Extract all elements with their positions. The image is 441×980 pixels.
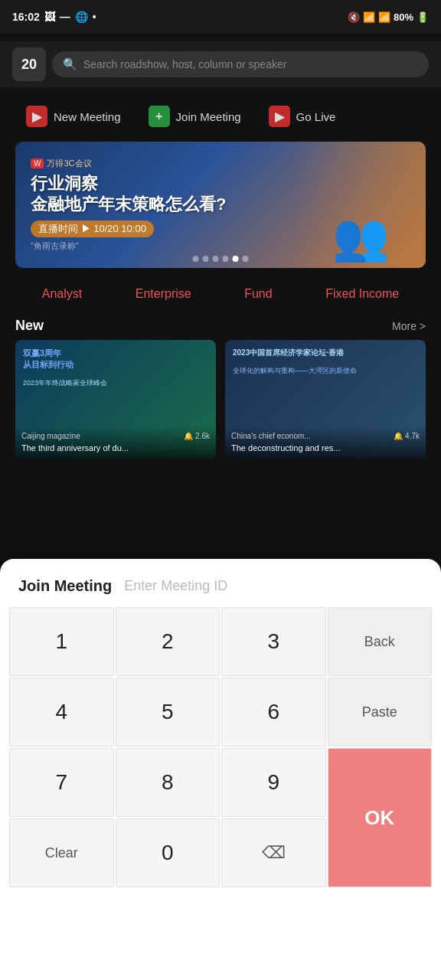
mute-icon: 🔇 (348, 11, 360, 23)
new-section: New More > 双赢3周年从目标到行动 2023年年终战略家全球峰会 Ca… (0, 318, 441, 459)
key-0[interactable]: 0 (116, 818, 220, 887)
tab-fixed-income[interactable]: Fixed Income (325, 287, 399, 301)
key-1[interactable]: 1 (9, 607, 114, 676)
card-1[interactable]: 双赢3周年从目标到行动 2023年年终战略家全球峰会 Caijing magaz… (15, 340, 216, 459)
dot-icon: • (93, 11, 96, 23)
quick-actions: ▶ New Meeting + Join Meeting ▶ Go Live (0, 92, 441, 141)
category-tabs: Analyst Enterprise Fund Fixed Income (0, 279, 441, 309)
key-back[interactable]: Back (328, 607, 433, 676)
tab-enterprise[interactable]: Enterprise (136, 287, 191, 301)
card-2-overlay: China's chief econom... 🔔 4.7k The decon… (225, 426, 426, 459)
banner-subtitle: 直播时间 ▶ 10/20 10:00 (31, 220, 154, 237)
banner-title: 行业洞察金融地产年末策略怎么看? (31, 174, 226, 214)
sim-icon: — (60, 11, 70, 23)
key-4[interactable]: 4 (9, 678, 114, 746)
new-meeting-label: New Meeting (54, 110, 121, 123)
key-9[interactable]: 9 (221, 748, 326, 817)
join-header: Join Meeting Enter Meeting ID (0, 559, 441, 607)
search-input-area[interactable]: 🔍 Search roadshow, host, column or speak… (52, 51, 429, 77)
key-2[interactable]: 2 (116, 607, 220, 676)
cards-row: 双赢3周年从目标到行动 2023年年终战略家全球峰会 Caijing magaz… (0, 340, 441, 459)
key-3[interactable]: 3 (221, 607, 326, 676)
join-meeting-panel: Join Meeting Enter Meeting ID 1 2 3 Back… (0, 559, 441, 980)
key-8[interactable]: 8 (116, 748, 220, 817)
banner-people: 👥 (296, 142, 426, 268)
join-meeting-button[interactable]: + Join Meeting (135, 100, 255, 133)
card-1-meta: Caijing magazine 🔔 2.6k (21, 432, 210, 440)
keypad: 1 2 3 Back 4 5 6 Paste 7 8 9 OK Clear 0 … (0, 607, 441, 887)
status-right: 🔇 📶 📶 80% 🔋 (348, 11, 429, 23)
dot-6 (243, 256, 249, 262)
key-5[interactable]: 5 (116, 678, 220, 746)
banner-text: W 万得3C会议 行业洞察金融地产年末策略怎么看? 直播时间 ▶ 10/20 1… (15, 142, 241, 267)
battery-icon: 🔋 (416, 11, 429, 23)
status-bar: 16:02 🖼 — 🌐 • 🔇 📶 📶 80% 🔋 (0, 0, 441, 34)
key-6[interactable]: 6 (221, 678, 326, 746)
card-2-meta: China's chief econom... 🔔 4.7k (231, 432, 420, 440)
card-2-source: China's chief econom... (231, 432, 311, 440)
card-1-title: The third anniversary of du... (21, 443, 210, 452)
tab-fund[interactable]: Fund (244, 287, 272, 301)
more-button[interactable]: More > (392, 320, 426, 332)
card-2[interactable]: 2023中国首席经济学家论坛·香港 全球化的解构与重构——大湾区的新使命 Chi… (225, 340, 426, 459)
key-ok[interactable]: OK (328, 748, 433, 887)
time-display: 16:02 (12, 11, 40, 23)
key-backspace[interactable]: ⌫ (221, 818, 326, 887)
key-7[interactable]: 7 (9, 748, 114, 817)
wifi-icon: 📶 (363, 11, 375, 23)
signal-icon: 📶 (378, 11, 390, 23)
banner[interactable]: W 万得3C会议 行业洞察金融地产年末策略怎么看? 直播时间 ▶ 10/20 1… (15, 142, 426, 268)
battery-display: 80% (394, 11, 413, 23)
card-1-overlay: Caijing magazine 🔔 2.6k The third annive… (15, 426, 216, 459)
new-section-header: New More > (0, 318, 441, 334)
join-panel-title: Join Meeting (18, 577, 112, 595)
search-icon: 🔍 (63, 57, 77, 71)
go-live-icon: ▶ (269, 106, 290, 127)
key-clear[interactable]: Clear (9, 818, 114, 887)
photo-icon: 🖼 (44, 11, 55, 23)
card-1-views: 🔔 2.6k (184, 432, 210, 440)
key-paste[interactable]: Paste (328, 678, 433, 746)
banner-brand: W 万得3C会议 (31, 158, 226, 169)
new-section-title: New (15, 318, 44, 334)
join-id-placeholder[interactable]: Enter Meeting ID (124, 578, 227, 594)
card-2-views: 🔔 4.7k (394, 432, 420, 440)
search-bar: 20 🔍 Search roadshow, host, column or sp… (0, 41, 441, 87)
go-live-button[interactable]: ▶ Go Live (255, 100, 350, 133)
new-meeting-icon: ▶ (26, 106, 47, 127)
card-1-source: Caijing magazine (21, 432, 80, 440)
search-placeholder: Search roadshow, host, column or speaker (83, 58, 286, 70)
join-meeting-label: Join Meeting (176, 110, 241, 123)
tab-analyst[interactable]: Analyst (42, 287, 82, 301)
status-left: 16:02 🖼 — 🌐 • (12, 11, 96, 23)
banner-tagline: "角雨古录称" (31, 240, 226, 252)
new-meeting-button[interactable]: ▶ New Meeting (12, 100, 135, 133)
go-live-label: Go Live (296, 110, 336, 123)
calendar-icon[interactable]: 20 (12, 47, 46, 81)
join-meeting-icon: + (149, 106, 170, 127)
card-2-title: The deconstructing and res... (231, 443, 420, 452)
calendar-date: 20 (21, 57, 37, 73)
globe-icon: 🌐 (75, 11, 88, 23)
